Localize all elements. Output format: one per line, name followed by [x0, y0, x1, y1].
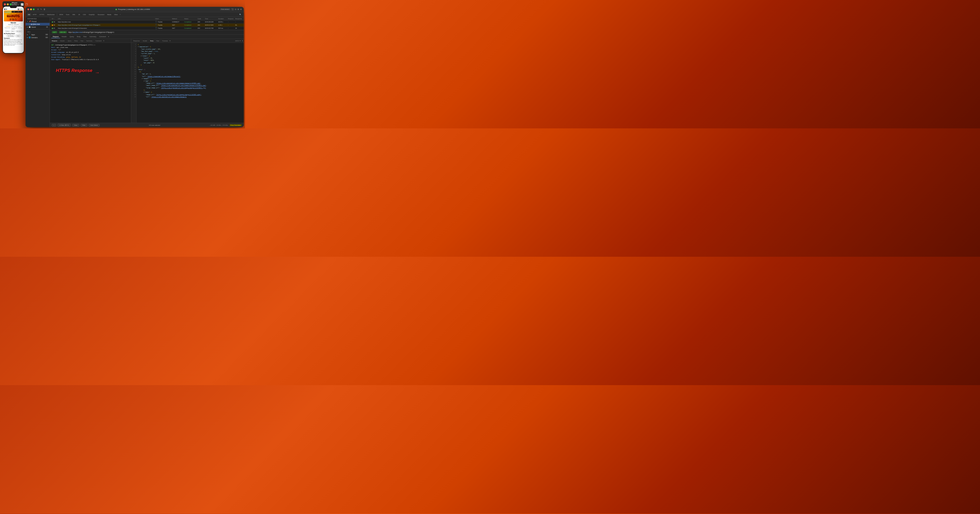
close-button[interactable] [27, 8, 29, 10]
table-row[interactable]: 40 https://api.jikan.moe 📱Trackie CONNEC… [50, 21, 244, 24]
row-id-1: 40 [54, 21, 55, 22]
table-row[interactable]: 60 https://api.jikan.moe/v4/manga?type=m… [50, 24, 244, 27]
tab-form[interactable]: Form [65, 13, 71, 16]
col-time: Time [204, 18, 217, 19]
req-tab-body[interactable]: Body [73, 40, 79, 42]
tab-websocket[interactable]: WebSocket [46, 13, 56, 16]
req-tab-query[interactable]: Query [67, 40, 72, 42]
tab-document[interactable]: Document [97, 13, 105, 16]
filter-btn[interactable]: Filter [81, 124, 87, 126]
trash-icon[interactable]: 🗑 [43, 8, 45, 10]
status-right: ↓ 101 MB ↑ 29 KB/s ↓ 676 KB/s Proxy Over… [210, 124, 242, 126]
pinned-label: Pinned [32, 21, 37, 22]
start-reading-button[interactable]: Start Reading [6, 35, 14, 37]
home-icon[interactable]: ⌂ [17, 3, 19, 6]
table-row[interactable]: 62 https://api.jikan.moe/v4/manga/11/cha… [50, 27, 244, 30]
sidebar-toggle-icon[interactable]: ⊟ [235, 8, 237, 10]
sidebar-apps[interactable]: ▶ 📱 Apps 14 [25, 33, 49, 36]
minimize-dot[interactable] [7, 3, 9, 5]
screenshot-right-icon[interactable]: ⬛ [231, 8, 234, 10]
req-tab-comment[interactable]: Comment [94, 40, 103, 42]
tab-graphql[interactable]: GraphQL [88, 13, 96, 16]
add-tab-button[interactable]: + [108, 35, 109, 38]
tab-xml[interactable]: XML [71, 13, 76, 16]
resp-tab-raw[interactable]: Raw [155, 40, 160, 42]
tab-summary[interactable]: Summary [88, 35, 98, 38]
saved-count: 3 [46, 26, 48, 28]
add-button[interactable]: + [52, 124, 56, 126]
json-selector[interactable]: JSON ▼ ℹ [235, 40, 243, 42]
row-url-3: https://api.jikan.moe/v4/manga/11/charac… [57, 27, 154, 29]
search-icon-button[interactable]: 🔍 [238, 13, 242, 16]
req-tab-request[interactable]: Request [51, 40, 58, 42]
tag-fantasy: Fantasy [5, 30, 10, 32]
sidebar-api-jikan[interactable]: ● api.jikan.moe [25, 23, 49, 25]
copy-icon[interactable]: ❐ [25, 3, 28, 6]
filter-button[interactable]: ⊙ Filter (⌘⇧F) [57, 124, 71, 126]
row-id-2: 60 [54, 24, 55, 26]
resp-tab-treeview[interactable]: Treeview [161, 40, 169, 42]
tab-query[interactable]: Query [68, 35, 76, 38]
tab-all[interactable]: All [27, 13, 31, 16]
api-jikan-label: api.jikan.moe [30, 23, 40, 25]
close-dot[interactable] [4, 3, 6, 5]
row-method-3: GET [171, 27, 183, 29]
tab-comment[interactable]: Comment [98, 35, 107, 38]
minimize-button[interactable] [30, 8, 32, 10]
tab-js[interactable]: JS [77, 13, 81, 16]
tab-http[interactable]: HTTP [32, 13, 38, 16]
row-code-3: 200 [197, 27, 204, 29]
req-tab-header[interactable]: Header [59, 40, 66, 42]
edit-icon[interactable]: ✎ [40, 8, 42, 10]
domains-icon: 🌐 [29, 37, 30, 38]
resp-add-tab[interactable]: + [169, 40, 170, 42]
req-add-tab[interactable]: + [103, 40, 104, 42]
maximize-dot[interactable] [10, 3, 12, 5]
resp-tab-header[interactable]: Header [142, 40, 148, 42]
req-tab-summary[interactable]: Summary [85, 40, 94, 42]
auto-select-button[interactable]: Auto Select [89, 124, 100, 126]
tag-row: Fantasy Action Adventure [4, 30, 23, 32]
titlebar: ⏸ ✎ 🗑 Proxyman | Listening on 192.168.1.… [25, 7, 244, 12]
resp-tab-body[interactable]: Body [149, 40, 154, 42]
req-tab-raw[interactable]: Raw [80, 40, 84, 42]
sidebar-saved[interactable]: ▶ 💾 Saved 3 [25, 25, 49, 29]
tab-media[interactable]: Media [106, 13, 112, 16]
tab-body[interactable]: Body [75, 35, 82, 38]
request-body: GET /v4/manga?type=manga&genres=37&page=… [50, 43, 131, 123]
row-method-2: GET [171, 24, 183, 26]
expand-icon[interactable]: ⊠ [237, 8, 239, 10]
maximize-button[interactable] [33, 8, 35, 10]
more-tabs-icon[interactable]: › [120, 13, 121, 16]
filter-icon: ⊙ [59, 124, 60, 126]
screenshot-icon[interactable]: ⬜ [21, 3, 24, 6]
detail-area: GET 200 OK https://api.jikan.moe/v4/mang… [50, 30, 244, 123]
tag-action: Action [10, 30, 15, 32]
filter-label: Filter (⌘⇧F) [61, 124, 69, 126]
method-badge: GET [52, 31, 57, 33]
row-response-1: - [234, 21, 243, 22]
sidebar-pinned[interactable]: ▼ 📌 Pinned [25, 20, 49, 23]
fullscreen-icon[interactable]: ⊞ [240, 8, 242, 10]
tab-other[interactable]: Other [113, 13, 119, 16]
row-status-3: Completed [183, 27, 197, 29]
connection-dot [115, 9, 117, 10]
finish-button[interactable]: Finish [15, 35, 21, 37]
tab-json[interactable]: JSON [58, 13, 64, 16]
cover-publisher: JUMP COMICS [12, 11, 22, 13]
tab-https[interactable]: HTTPS [38, 13, 45, 16]
pause-icon[interactable]: ⏸ [37, 8, 39, 10]
row-request-2: - [227, 24, 234, 26]
tab-raw[interactable]: Raw [82, 35, 88, 38]
sidebar-domains[interactable]: ▶ 🌐 Domains 17 [25, 36, 49, 39]
row-time-3: 19:54:22.706 [204, 27, 217, 29]
resp-tab-response[interactable]: Response [132, 40, 141, 42]
tab-css[interactable]: CSS [82, 13, 87, 16]
tab-request[interactable]: Request [51, 35, 60, 38]
col-client: Client [154, 18, 171, 19]
tab-header[interactable]: Header [60, 35, 68, 38]
clear-button[interactable]: Clear [72, 124, 79, 126]
row-code-2: 200 [197, 24, 204, 26]
manga-cover: NARUTO JUMP COMICS ナルト JUMP COMICS NARUT… [4, 10, 23, 21]
domains-label: Domains [31, 37, 38, 38]
